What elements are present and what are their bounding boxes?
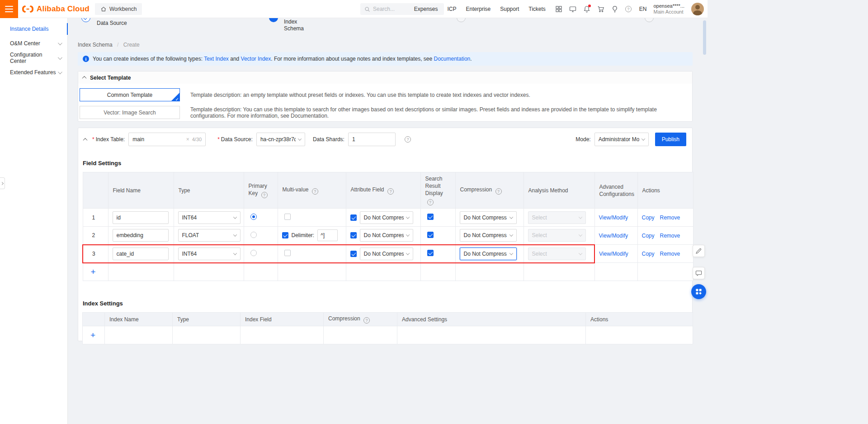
page-scrollbar-thumb[interactable]	[703, 20, 706, 55]
type-select[interactable]: INT64	[178, 211, 241, 224]
data-source-select[interactable]: ha-cn-zpr38r7qd...	[256, 133, 305, 146]
vector-index-link[interactable]: Vector Index	[241, 56, 271, 62]
primary-key-radio[interactable]	[250, 214, 257, 220]
help-icon[interactable]	[427, 199, 434, 205]
mini-apps-widget[interactable]	[691, 284, 706, 299]
help-icon[interactable]	[495, 188, 502, 195]
view-modify-link[interactable]: View/Modify	[599, 233, 628, 239]
remove-link[interactable]: Remove	[660, 214, 680, 221]
data-shards-help-icon[interactable]	[405, 136, 411, 143]
main-content: Data Source IndexSchema Index Schema / C…	[68, 18, 708, 424]
feedback-edit-widget[interactable]	[693, 245, 705, 257]
console-monitor-icon[interactable]	[569, 5, 576, 13]
documentation-link[interactable]: Documentation	[291, 113, 327, 119]
remove-link[interactable]: Remove	[660, 251, 680, 257]
data-shards-input[interactable]: 1	[348, 133, 396, 146]
field-settings-header-row: Field Name Type Primary Key Multi-value …	[83, 172, 693, 209]
search-result-display-checkbox[interactable]	[427, 214, 434, 220]
hamburger-menu-button[interactable]	[0, 0, 18, 18]
workbench-button[interactable]: Workbench	[95, 3, 142, 15]
field-name-input[interactable]: id	[113, 211, 169, 224]
sidebar-item-instance-details[interactable]: Instance Details	[0, 22, 67, 36]
page: Alibaba Cloud Workbench Expenses ICP Ent…	[0, 0, 868, 424]
template-option-common[interactable]: Common Template	[80, 88, 180, 101]
nav-icp[interactable]: ICP	[448, 6, 457, 12]
cart-icon[interactable]	[597, 5, 604, 13]
clear-input-icon[interactable]: ×	[186, 136, 189, 143]
documentation-link[interactable]: Documentation	[434, 56, 471, 62]
multi-value-checkbox[interactable]	[284, 250, 291, 256]
alibaba-cloud-logo[interactable]: Alibaba Cloud	[22, 0, 90, 18]
analysis-method-select[interactable]: Select	[528, 229, 586, 242]
collapse-caret-icon[interactable]	[83, 138, 88, 142]
add-field-row	[83, 263, 693, 281]
index-settings-table: Index Name Type Index Field Compression …	[82, 312, 693, 344]
sidebar-collapse-handle[interactable]	[0, 177, 5, 189]
step-data-source-label: Data Source	[97, 20, 127, 27]
attribute-field-checkbox[interactable]	[350, 251, 357, 257]
compression-select-focused[interactable]: Do Not Compress	[460, 248, 517, 260]
type-select[interactable]: FLOAT	[178, 229, 241, 242]
index-settings-title: Index Settings	[83, 300, 692, 307]
attribute-field-checkbox[interactable]	[350, 232, 357, 238]
field-name-input[interactable]: embedding	[113, 229, 169, 242]
lightbulb-icon[interactable]	[611, 5, 618, 13]
chat-widget[interactable]	[693, 267, 705, 279]
help-question-icon[interactable]	[625, 6, 632, 12]
select-template-header[interactable]: Select Template	[78, 71, 692, 84]
help-icon[interactable]	[312, 188, 318, 195]
attribute-compression-select[interactable]: Do Not Compress	[360, 229, 413, 242]
account-info[interactable]: opensea****... Main Account	[654, 3, 685, 15]
banner-text: You can create indexes of the following …	[93, 56, 472, 62]
attribute-field-checkbox[interactable]	[350, 214, 357, 221]
language-selector[interactable]: EN	[639, 6, 647, 12]
multi-value-checkbox[interactable]	[284, 214, 291, 220]
help-icon[interactable]	[387, 188, 394, 195]
view-modify-link[interactable]: View/Modify	[599, 214, 628, 221]
info-icon	[83, 56, 89, 62]
help-icon[interactable]	[363, 317, 370, 324]
help-icon[interactable]	[261, 192, 268, 198]
search-result-display-checkbox[interactable]	[427, 250, 434, 256]
nav-tickets[interactable]: Tickets	[528, 6, 546, 12]
avatar[interactable]	[691, 3, 704, 15]
search-result-display-checkbox[interactable]	[427, 232, 434, 238]
attribute-compression-select[interactable]: Do Not Compress	[360, 248, 413, 260]
apps-grid-icon[interactable]	[555, 5, 562, 13]
copy-link[interactable]: Copy	[642, 233, 655, 239]
multi-value-checkbox[interactable]	[282, 232, 288, 238]
field-settings-title: Field Settings	[83, 160, 692, 167]
chevron-down-icon	[233, 215, 236, 219]
template-option-vector-image-search[interactable]: Vector: Image Search	[80, 106, 180, 119]
mode-select[interactable]: Administrator Mo...	[594, 133, 649, 146]
text-index-link[interactable]: Text Index	[204, 56, 229, 62]
primary-key-radio[interactable]	[250, 250, 257, 256]
nav-support[interactable]: Support	[500, 6, 519, 12]
analysis-method-select[interactable]: Select	[528, 248, 586, 260]
index-table-input[interactable]: main × 4/30	[128, 133, 206, 146]
copy-link[interactable]: Copy	[642, 214, 655, 221]
add-field-button[interactable]	[90, 267, 97, 276]
notifications-bell-icon[interactable]	[583, 5, 590, 13]
compression-select[interactable]: Do Not Compress	[460, 211, 517, 224]
type-select[interactable]: INT64	[178, 248, 241, 260]
compression-select[interactable]: Do Not Compress	[460, 229, 517, 242]
nav-enterprise[interactable]: Enterprise	[466, 6, 491, 12]
view-modify-link[interactable]: View/Modify	[599, 251, 628, 257]
sidebar: Instance Details O&M Center Configuratio…	[0, 18, 68, 424]
add-index-button[interactable]	[89, 331, 97, 339]
top-right-cluster: Expenses ICP Enterprise Support Tickets	[414, 0, 704, 18]
breadcrumb-index-schema[interactable]: Index Schema	[78, 42, 113, 48]
attribute-compression-select[interactable]: Do Not Compress	[360, 211, 413, 224]
delimiter-input[interactable]: ^]	[317, 229, 338, 241]
nav-expenses[interactable]: Expenses	[414, 6, 438, 12]
sidebar-item-extended-features[interactable]: Extended Features	[0, 65, 67, 80]
sidebar-item-configuration-center[interactable]: Configuration Center	[0, 51, 67, 65]
sidebar-item-om-center[interactable]: O&M Center	[0, 36, 67, 51]
publish-button[interactable]: Publish	[655, 133, 686, 146]
primary-key-radio[interactable]	[250, 232, 257, 238]
copy-link[interactable]: Copy	[642, 251, 655, 257]
analysis-method-select[interactable]: Select	[528, 211, 586, 224]
remove-link[interactable]: Remove	[660, 233, 680, 239]
field-name-input[interactable]: cate_id	[113, 248, 169, 260]
